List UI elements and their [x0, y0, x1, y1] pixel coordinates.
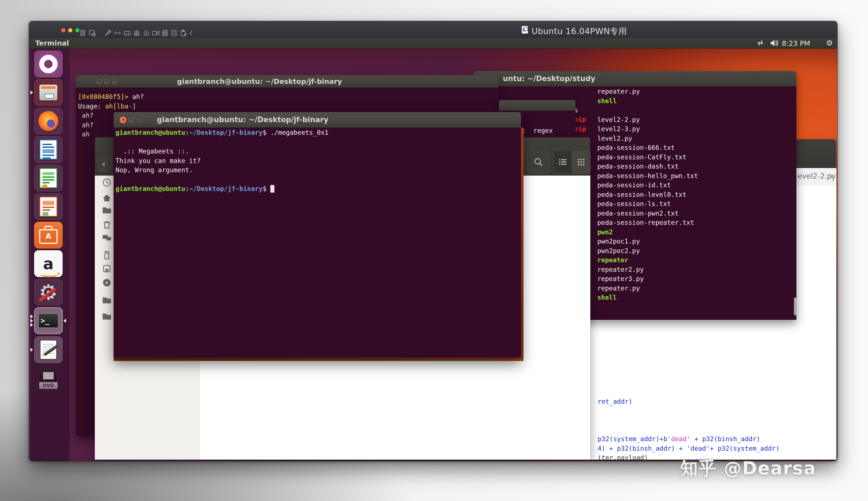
trash-icon[interactable]: [102, 220, 112, 229]
ls-fragment: zip: [574, 116, 586, 123]
launcher-item-libreoffice-writer[interactable]: [34, 136, 63, 163]
clipboard-icon[interactable]: [180, 29, 187, 37]
running-indicator: [31, 315, 33, 318]
network-arrows-icon[interactable]: [756, 39, 764, 48]
ls-listing: repeater.pyshelllevel2-2.pylevel2-3.pyle…: [597, 88, 698, 303]
back-terminal-titlebar[interactable]: × − ▢ giantbranch@ubuntu: ~/Desktop/jf-b…: [76, 75, 499, 88]
ls-fragment: zip: [574, 125, 586, 132]
vm-host-window: Ubuntu 16.04PWN专用 Terminal 8:23 PM ⚙: [29, 21, 837, 461]
running-indicator: [31, 348, 33, 352]
wallpaper-gap: [521, 127, 523, 361]
recent-icon[interactable]: [102, 178, 112, 187]
launcher-item-ubuntu-software[interactable]: A: [34, 222, 63, 248]
floppy-icon[interactable]: [170, 29, 178, 37]
window-title: giantbranch@ubuntu: ~/Desktop/jf-binary: [177, 77, 342, 86]
launcher-item-files[interactable]: [34, 79, 63, 106]
front-terminal-titlebar[interactable]: × − ▢ giantbranch@ubuntu: ~/Desktop/jf-b…: [114, 112, 521, 128]
window-title: giantbranch@ubuntu: ~/Desktop/jf-binary: [157, 116, 329, 124]
scrollbar-thumb[interactable]: [794, 297, 796, 315]
folder-icon[interactable]: [102, 295, 112, 305]
vm-titlebar: Ubuntu 16.04PWN专用: [29, 21, 837, 38]
sidebar-item-pictures[interactable]: Pictures: [95, 458, 199, 461]
list-view-button[interactable]: [553, 151, 572, 173]
launcher-item-system-settings[interactable]: ⚙: [34, 279, 63, 306]
gedit-tab[interactable]: evel2-2.py ×: [794, 168, 836, 185]
volume-icon[interactable]: [770, 39, 779, 48]
minimize-icon[interactable]: −: [127, 116, 135, 124]
code-text: ret_addr)p32(system_addr)+b'dead' + p32(…: [597, 398, 780, 461]
optical-drive-icon[interactable]: [102, 278, 112, 287]
back-button[interactable]: ‹: [98, 157, 112, 172]
menubar-clock[interactable]: 8:23 PM: [782, 40, 810, 47]
ubuntu-desktop: Terminal 8:23 PM ⚙: [29, 38, 837, 461]
launcher-item-firefox[interactable]: [34, 108, 63, 135]
server-icon[interactable]: [161, 29, 169, 37]
screenshot-stage: 知乎 @Dearsa: [0, 0, 868, 501]
hard-disk-icon[interactable]: [123, 29, 131, 37]
terminal-output: giantbranch@ubuntu:~/Desktop/jf-binary$ …: [116, 129, 329, 195]
grid-view-button[interactable]: [572, 151, 590, 173]
running-indicator: [31, 323, 33, 327]
vm-file-icon: [522, 26, 528, 34]
collapse-toolbar-icon[interactable]: [187, 29, 195, 37]
folder-icon[interactable]: [102, 311, 112, 321]
menubar-app-name[interactable]: Terminal: [35, 39, 69, 47]
watermark-text: 知乎 @Dearsa: [680, 456, 816, 481]
unity-launcher: A a ⚙: [31, 49, 70, 461]
minimize-icon[interactable]: −: [104, 78, 110, 85]
launcher-item-dvd-device[interactable]: DVD: [34, 366, 63, 393]
launcher-item-libreoffice-calc[interactable]: [34, 165, 63, 192]
sdcard-icon[interactable]: [102, 250, 112, 260]
running-indicator: [31, 319, 33, 323]
launcher-item-gedit[interactable]: [34, 336, 63, 363]
window-title: untu: ~/Desktop/study: [503, 74, 595, 83]
launcher-item-terminal[interactable]: >_: [34, 307, 63, 334]
maximize-icon[interactable]: ▢: [136, 116, 143, 124]
home-icon[interactable]: [102, 193, 112, 203]
view-toggle: [553, 151, 591, 174]
front-terminal-window: × − ▢ giantbranch@ubuntu: ~/Desktop/jf-b…: [114, 112, 521, 358]
code-icon[interactable]: [114, 29, 121, 37]
removable-disk-icon[interactable]: [133, 29, 141, 37]
tab-close-icon[interactable]: ×: [828, 172, 834, 180]
optical-disk-icon[interactable]: [142, 29, 150, 37]
camera-icon[interactable]: [152, 29, 160, 37]
maximize-icon[interactable]: ▢: [111, 78, 118, 85]
vm-window-title: Ubuntu 16.04PWN专用: [532, 26, 627, 37]
study-terminal-titlebar[interactable]: untu: ~/Desktop/study: [474, 71, 796, 87]
launcher-item-libreoffice-impress[interactable]: [34, 193, 63, 220]
wrench-icon[interactable]: [104, 29, 112, 37]
front-terminal-content[interactable]: giantbranch@ubuntu:~/Desktop/jf-binary$ …: [114, 127, 521, 358]
ubuntu-menubar: Terminal 8:23 PM ⚙: [29, 38, 837, 49]
close-icon[interactable]: ×: [96, 78, 103, 85]
search-button[interactable]: [527, 151, 550, 174]
launcher-item-dash[interactable]: [34, 51, 63, 77]
floppy-drive-icon[interactable]: [102, 264, 112, 274]
back-icon: ‹: [102, 158, 106, 169]
mac-minimize-button[interactable]: [68, 28, 72, 32]
wallpaper-gap: [114, 358, 523, 361]
fragment-titlebar[interactable]: [499, 100, 575, 111]
session-gear-icon[interactable]: ⚙: [826, 39, 833, 47]
running-indicator: [31, 90, 33, 95]
close-icon[interactable]: ×: [119, 116, 127, 124]
network-icon[interactable]: [102, 233, 112, 243]
pause-icon[interactable]: [79, 29, 87, 37]
ls-fragment: : regex: [522, 127, 553, 134]
mac-close-button[interactable]: [61, 28, 65, 32]
desktop-folder-icon[interactable]: [102, 205, 112, 215]
snapshots-icon[interactable]: [88, 29, 96, 37]
launcher-item-amazon[interactable]: a: [34, 250, 63, 277]
focused-indicator: [63, 319, 66, 323]
